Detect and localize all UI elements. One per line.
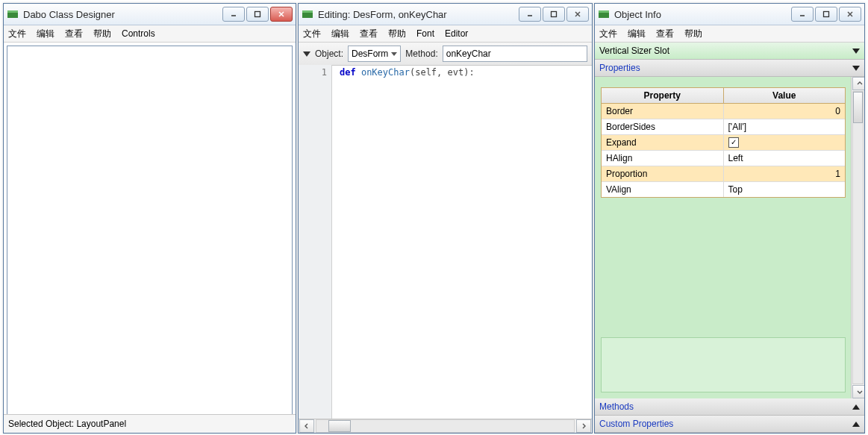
property-row[interactable]: Border0 xyxy=(602,104,845,119)
object-value: DesForm xyxy=(352,48,388,59)
menu-font[interactable]: Font xyxy=(416,28,434,39)
v-scrollbar[interactable] xyxy=(851,77,864,398)
svg-rect-9 xyxy=(552,12,557,17)
properties-body: Property Value Border0BorderSides['All']… xyxy=(595,77,852,398)
menubar: 文件 编辑 查看 帮助 xyxy=(595,25,864,43)
editor-toolbar: Object: DesForm Method: onKeyChar xyxy=(299,43,592,66)
close-button[interactable] xyxy=(270,7,293,22)
minimize-button[interactable] xyxy=(791,7,814,22)
chevron-down-icon xyxy=(391,52,397,56)
app-icon xyxy=(302,8,313,20)
menu-edit[interactable]: 编辑 xyxy=(628,28,646,40)
scroll-right-button[interactable] xyxy=(576,419,591,433)
svg-rect-3 xyxy=(255,12,260,17)
section-methods[interactable]: Methods xyxy=(595,398,864,416)
menu-help[interactable]: 帮助 xyxy=(93,28,111,40)
menu-file[interactable]: 文件 xyxy=(303,28,321,40)
app-icon xyxy=(598,8,610,20)
scroll-track[interactable] xyxy=(852,91,864,384)
close-button[interactable] xyxy=(839,7,861,22)
properties-label: Properties xyxy=(599,63,640,73)
chevron-up-icon xyxy=(852,404,860,410)
menu-help[interactable]: 帮助 xyxy=(684,28,702,40)
header-property: Property xyxy=(602,88,724,103)
scroll-thumb[interactable] xyxy=(853,92,863,123)
window-class-designer: Dabo Class Designer 文件 编辑 查看 帮助 Controls… xyxy=(3,3,296,434)
minimize-button[interactable] xyxy=(519,7,541,22)
property-row[interactable]: Expand xyxy=(602,135,845,151)
titlebar[interactable]: Dabo Class Designer xyxy=(4,4,296,25)
code-area[interactable]: 1 def onKeyChar(self, evt): xyxy=(299,65,592,419)
minimize-button[interactable] xyxy=(222,7,245,22)
maximize-button[interactable] xyxy=(246,7,269,22)
section-properties[interactable]: Properties xyxy=(595,60,864,77)
object-combo[interactable]: DesForm xyxy=(348,46,401,62)
property-value[interactable]: Top xyxy=(724,182,846,197)
property-name: Expand xyxy=(602,135,724,150)
titlebar[interactable]: Editing: DesForm, onKeyChar xyxy=(299,4,592,25)
menu-editor[interactable]: Editor xyxy=(445,28,468,39)
property-name: HAlign xyxy=(602,151,724,166)
close-button[interactable] xyxy=(566,7,589,22)
gutter: 1 xyxy=(299,65,332,419)
menu-view[interactable]: 查看 xyxy=(65,28,83,40)
chevron-up-icon xyxy=(852,422,860,427)
property-value[interactable] xyxy=(724,135,846,150)
custom-properties-label: Custom Properties xyxy=(599,419,673,429)
scroll-up-button[interactable] xyxy=(852,77,864,90)
app-icon xyxy=(7,8,19,20)
property-row[interactable]: Proportion1 xyxy=(602,166,845,182)
chevron-down-icon xyxy=(852,66,860,71)
maximize-button[interactable] xyxy=(543,7,565,22)
property-value[interactable]: 0 xyxy=(724,104,846,119)
svg-rect-13 xyxy=(599,10,609,13)
menu-file[interactable]: 文件 xyxy=(599,28,617,40)
property-row[interactable]: VAlignTop xyxy=(602,182,845,197)
property-value[interactable]: 1 xyxy=(724,166,846,181)
property-row[interactable]: HAlignLeft xyxy=(602,151,845,166)
menu-view[interactable]: 查看 xyxy=(656,28,674,40)
scroll-down-button[interactable] xyxy=(852,385,864,398)
maximize-button[interactable] xyxy=(815,7,837,22)
chevron-down-icon xyxy=(852,48,860,54)
design-canvas[interactable] xyxy=(7,46,293,416)
description-box[interactable] xyxy=(601,337,846,392)
scroll-track[interactable] xyxy=(316,419,575,433)
object-label: Object: xyxy=(315,48,343,59)
menu-file[interactable]: 文件 xyxy=(8,28,26,40)
svg-rect-7 xyxy=(302,10,313,13)
code-text[interactable]: def onKeyChar(self, evt): xyxy=(332,65,592,419)
properties-body-wrap: Property Value Border0BorderSides['All']… xyxy=(595,77,864,398)
menu-view[interactable]: 查看 xyxy=(360,28,378,40)
property-value[interactable]: Left xyxy=(724,151,846,166)
window-object-info: Object Info 文件 编辑 查看 帮助 Vertical Sizer S… xyxy=(594,3,865,434)
client-area: Object: DesForm Method: onKeyChar 1 def … xyxy=(299,43,592,433)
titlebar[interactable]: Object Info xyxy=(595,4,864,25)
collapse-icon[interactable] xyxy=(303,51,310,57)
properties-table: Property Value Border0BorderSides['All']… xyxy=(601,87,846,198)
status-text: Selected Object: LayoutPanel xyxy=(8,419,126,429)
fn-params: (self, evt): xyxy=(410,67,475,78)
property-name: BorderSides xyxy=(602,119,724,134)
method-label: Method: xyxy=(405,48,437,59)
section-sizer-slot[interactable]: Vertical Sizer Slot xyxy=(595,43,864,60)
menu-controls[interactable]: Controls xyxy=(122,28,155,39)
method-input[interactable]: onKeyChar xyxy=(443,46,587,62)
menu-help[interactable]: 帮助 xyxy=(388,28,406,40)
menu-edit[interactable]: 编辑 xyxy=(37,28,54,40)
scroll-left-button[interactable] xyxy=(299,419,314,433)
scroll-thumb[interactable] xyxy=(328,420,351,432)
section-custom-properties[interactable]: Custom Properties xyxy=(595,416,864,433)
svg-rect-1 xyxy=(7,10,18,13)
menu-edit[interactable]: 编辑 xyxy=(331,28,349,40)
method-value: onKeyChar xyxy=(446,48,491,59)
svg-rect-15 xyxy=(824,12,829,17)
property-row[interactable]: BorderSides['All'] xyxy=(602,119,845,135)
property-value[interactable]: ['All'] xyxy=(724,119,846,134)
property-name: Border xyxy=(602,104,724,119)
checkbox-icon[interactable] xyxy=(728,137,739,148)
client-area: Vertical Sizer Slot Properties Property xyxy=(595,43,864,433)
line-number: 1 xyxy=(299,67,327,78)
h-scrollbar[interactable] xyxy=(299,419,592,433)
menubar: 文件 编辑 查看 帮助 Controls xyxy=(4,25,296,43)
